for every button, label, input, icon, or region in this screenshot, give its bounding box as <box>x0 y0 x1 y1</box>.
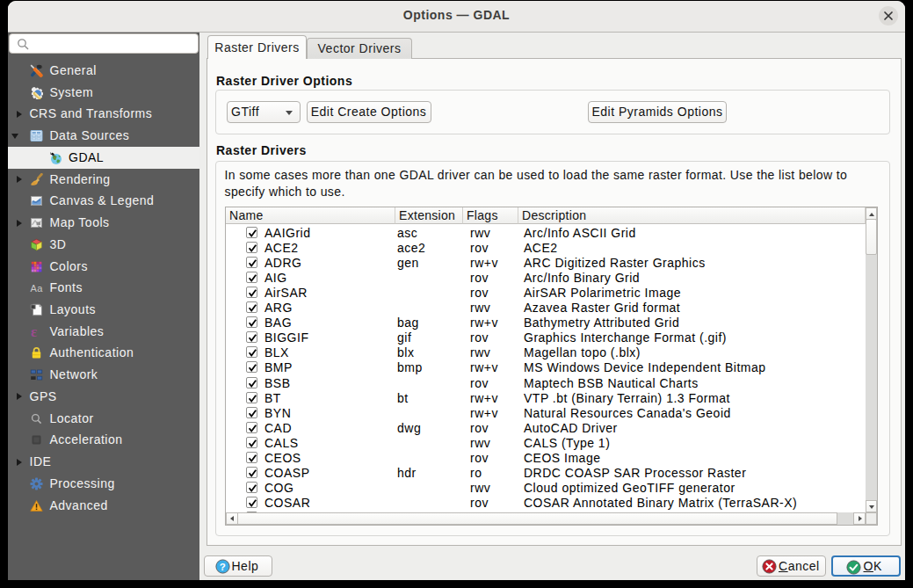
svg-text:?: ? <box>219 562 226 572</box>
svg-text:Aa: Aa <box>31 283 44 294</box>
svg-text:ε: ε <box>31 325 38 338</box>
